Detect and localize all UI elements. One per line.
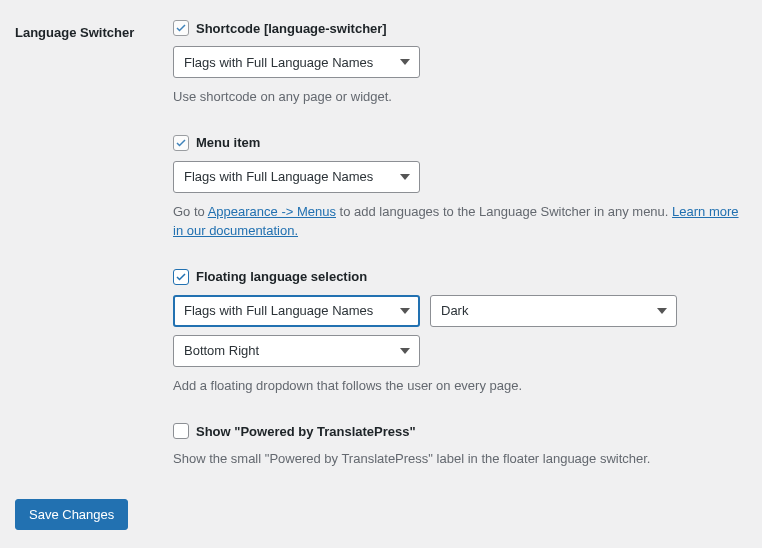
shortcode-select-wrap: Flags with Full Language Names	[173, 46, 420, 78]
floating-checkbox[interactable]	[173, 269, 189, 285]
floating-label: Floating language selection	[196, 269, 367, 284]
menuitem-description: Go to Appearance -> Menus to add languag…	[173, 202, 747, 241]
check-icon	[175, 137, 187, 149]
poweredby-group: Show "Powered by TranslatePress" Show th…	[173, 423, 747, 469]
floating-style-select[interactable]: Flags with Full Language Names	[173, 295, 420, 327]
check-icon	[175, 271, 187, 283]
menuitem-desc-middle: to add languages to the Language Switche…	[336, 204, 672, 219]
floating-selects-row: Flags with Full Language Names Dark	[173, 295, 747, 327]
menuitem-group: Menu item Flags with Full Language Names…	[173, 135, 747, 241]
check-icon	[175, 22, 187, 34]
shortcode-label: Shortcode [language-switcher]	[196, 21, 387, 36]
shortcode-description: Use shortcode on any page or widget.	[173, 87, 747, 107]
save-changes-button[interactable]: Save Changes	[15, 499, 128, 530]
floating-position-select[interactable]: Bottom Right	[173, 335, 420, 367]
shortcode-checkbox[interactable]	[173, 20, 189, 36]
shortcode-checkbox-line: Shortcode [language-switcher]	[173, 20, 747, 36]
floating-position-select-wrap: Bottom Right	[173, 335, 420, 367]
section-label-col: Language Switcher	[15, 20, 173, 40]
shortcode-group: Shortcode [language-switcher] Flags with…	[173, 20, 747, 107]
poweredby-checkbox[interactable]	[173, 423, 189, 439]
section-title: Language Switcher	[15, 25, 173, 40]
floating-group: Floating language selection Flags with F…	[173, 269, 747, 396]
poweredby-label: Show "Powered by TranslatePress"	[196, 424, 416, 439]
shortcode-select[interactable]: Flags with Full Language Names	[173, 46, 420, 78]
content-col: Shortcode [language-switcher] Flags with…	[173, 20, 747, 469]
floating-style-select-wrap: Flags with Full Language Names	[173, 295, 420, 327]
menuitem-desc-prefix: Go to	[173, 204, 208, 219]
menuitem-checkbox[interactable]	[173, 135, 189, 151]
menuitem-select[interactable]: Flags with Full Language Names	[173, 161, 420, 193]
menuitem-checkbox-line: Menu item	[173, 135, 747, 151]
menuitem-label: Menu item	[196, 135, 260, 150]
appearance-menus-link[interactable]: Appearance -> Menus	[208, 204, 336, 219]
floating-checkbox-line: Floating language selection	[173, 269, 747, 285]
poweredby-checkbox-line: Show "Powered by TranslatePress"	[173, 423, 747, 439]
language-switcher-section: Language Switcher Shortcode [language-sw…	[15, 20, 747, 469]
floating-theme-select[interactable]: Dark	[430, 295, 677, 327]
floating-theme-select-wrap: Dark	[430, 295, 677, 327]
floating-description: Add a floating dropdown that follows the…	[173, 376, 747, 396]
menuitem-select-wrap: Flags with Full Language Names	[173, 161, 420, 193]
poweredby-description: Show the small "Powered by TranslatePres…	[173, 449, 747, 469]
